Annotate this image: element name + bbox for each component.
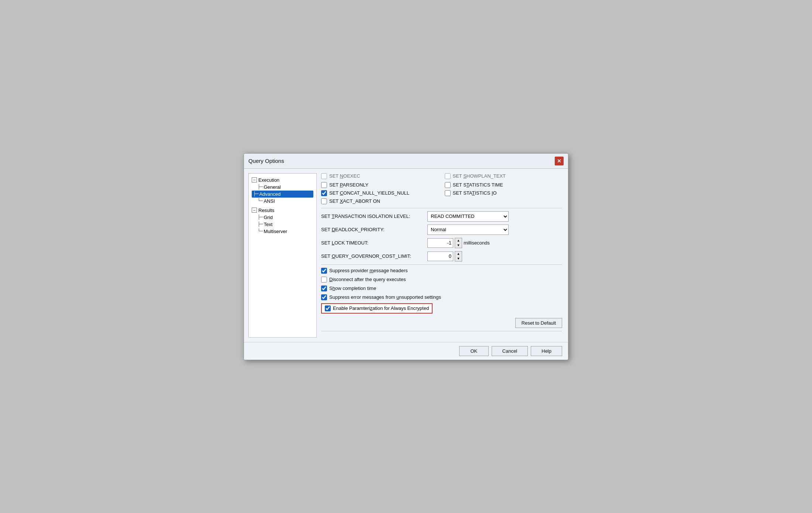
label-disconnect: Disconnect after the query executes: [329, 277, 406, 282]
checkbox-concat-null[interactable]: SET CONCAT_NULL_YIELDS_NULL: [321, 190, 439, 196]
checkbox-noexec[interactable]: SET NOEXEC: [321, 173, 439, 179]
spinner-up-query-governor[interactable]: ▲: [455, 252, 462, 256]
top-checkboxes-grid: SET NOEXEC SET SHOWPLAN_TEXT: [321, 173, 562, 179]
title-bar: Query Options ✕: [244, 154, 568, 169]
spinner-query-governor: ▲ ▼: [427, 251, 462, 261]
ok-button[interactable]: OK: [459, 346, 489, 356]
control-deadlock-priority: Low Normal High: [427, 225, 562, 235]
spinner-buttons-lock-timeout: ▲ ▼: [455, 238, 462, 248]
label-suppress-headers: Suppress provider message headers: [329, 268, 407, 273]
tree-item-results[interactable]: − Results: [252, 207, 313, 214]
tree-label-advanced: Advanced: [259, 191, 281, 197]
tree-label-execution: Execution: [258, 177, 279, 183]
checkbox-show-completion[interactable]: Show completion time: [321, 285, 562, 291]
expander-execution[interactable]: −: [252, 177, 257, 182]
spinner-down-lock-timeout[interactable]: ▼: [455, 243, 462, 248]
control-isolation-level: READ UNCOMMITTED READ COMMITTED REPEATAB…: [427, 211, 562, 222]
label-noexec: SET NOEXEC: [329, 173, 360, 179]
divider-3: [321, 331, 562, 331]
label-isolation-level: SET TRANSACTION ISOLATION LEVEL:: [321, 213, 424, 219]
tree-label-text: Text: [264, 222, 272, 227]
checkbox-disconnect[interactable]: Disconnect after the query executes: [321, 277, 562, 283]
setting-lock-timeout: SET LOCK TIMEOUT: ▲ ▼ milliseconds: [321, 238, 562, 248]
tree-label-grid: Grid: [264, 215, 273, 220]
label-showplan: SET SHOWPLAN_TEXT: [453, 173, 506, 179]
label-concat-null: SET CONCAT_NULL_YIELDS_NULL: [329, 190, 409, 196]
tree-item-multiserver[interactable]: └─ Multiserver: [252, 228, 313, 235]
connector-text: ├─: [258, 222, 263, 227]
help-button[interactable]: Help: [531, 346, 562, 356]
spinner-down-query-governor[interactable]: ▼: [455, 256, 462, 261]
dialog-title: Query Options: [248, 158, 284, 164]
checkbox-showplan[interactable]: SET SHOWPLAN_TEXT: [445, 173, 562, 179]
checkbox-suppress-headers[interactable]: Suppress provider message headers: [321, 268, 562, 274]
unit-lock-timeout: milliseconds: [464, 240, 490, 246]
setting-query-governor: SET QUERY_GOVERNOR_COST_LIMIT: ▲ ▼: [321, 251, 562, 261]
checkbox-parseonly[interactable]: SET PARSEONLY: [321, 182, 439, 188]
label-parseonly: SET PARSEONLY: [329, 182, 368, 188]
spinner-up-lock-timeout[interactable]: ▲: [455, 238, 462, 243]
content-scroll[interactable]: SET NOEXEC SET SHOWPLAN_TEXT SET PARSEON…: [321, 173, 564, 338]
tree-item-ansi[interactable]: └─ ANSI: [252, 198, 313, 205]
checkboxes-grid: SET PARSEONLY SET STATISTICS TIME SET CO…: [321, 182, 562, 204]
query-options-dialog: Query Options ✕ − Execution ├─ General ├…: [244, 153, 568, 360]
highlight-container: Enable Paramterization for Always Encryp…: [321, 303, 562, 314]
tree-label-multiserver: Multiserver: [264, 229, 287, 234]
connector-general: ├─: [258, 184, 263, 189]
connector-ansi: └─: [258, 198, 263, 204]
spinner-buttons-query-governor: ▲ ▼: [455, 251, 462, 261]
connector-advanced: ├─: [253, 191, 258, 196]
connector-multiserver: └─: [258, 229, 263, 234]
reset-row: Reset to Default: [321, 318, 562, 328]
checkbox-suppress-errors[interactable]: Suppress error messages from unsupported…: [321, 294, 562, 300]
setting-isolation-level: SET TRANSACTION ISOLATION LEVEL: READ UN…: [321, 211, 562, 222]
action-buttons: OK Cancel Help: [459, 346, 562, 356]
dropdown-deadlock-priority[interactable]: Low Normal High: [427, 225, 509, 235]
label-lock-timeout: SET LOCK TIMEOUT:: [321, 240, 424, 246]
label-query-governor: SET QUERY_GOVERNOR_COST_LIMIT:: [321, 253, 424, 259]
expander-results[interactable]: −: [252, 208, 257, 213]
divider-1: [321, 208, 562, 208]
tree-item-grid[interactable]: ├─ Grid: [252, 214, 313, 221]
checkbox-xact-abort[interactable]: SET XACT_ABORT ON: [321, 198, 439, 204]
label-deadlock-priority: SET DEADLOCK_PRIORITY:: [321, 227, 424, 232]
checkbox-statistics-io[interactable]: SET STATISTICS IO: [445, 190, 562, 196]
setting-deadlock-priority: SET DEADLOCK_PRIORITY: Low Normal High: [321, 225, 562, 235]
checkbox-statistics-time[interactable]: SET STATISTICS TIME: [445, 182, 562, 188]
label-suppress-errors: Suppress error messages from unsupported…: [329, 294, 441, 300]
checkbox-enable-param[interactable]: [325, 305, 331, 311]
tree-label-results: Results: [258, 208, 274, 213]
tree-item-advanced[interactable]: ├─ Advanced: [252, 191, 313, 198]
tree-item-general[interactable]: ├─ General: [252, 184, 313, 191]
tree-label-general: General: [264, 184, 281, 190]
input-query-governor[interactable]: [427, 252, 453, 261]
dropdown-isolation-level[interactable]: READ UNCOMMITTED READ COMMITTED REPEATAB…: [427, 211, 509, 222]
input-lock-timeout[interactable]: [427, 238, 453, 248]
reset-to-default-button[interactable]: Reset to Default: [515, 318, 562, 328]
spinner-lock-timeout: ▲ ▼ milliseconds: [427, 238, 490, 248]
tree-item-text[interactable]: ├─ Text: [252, 221, 313, 228]
dialog-footer: OK Cancel Help: [244, 342, 568, 360]
dialog-body: − Execution ├─ General ├─ Advanced └─ AN…: [244, 169, 568, 342]
content-panel: SET NOEXEC SET SHOWPLAN_TEXT SET PARSEON…: [321, 173, 564, 338]
label-statistics-time: SET STATISTICS TIME: [453, 182, 503, 188]
label-xact-abort: SET XACT_ABORT ON: [329, 198, 380, 204]
tree-label-ansi: ANSI: [264, 198, 275, 204]
label-show-completion: Show completion time: [329, 285, 376, 291]
divider-2: [321, 264, 562, 265]
connector-grid: ├─: [258, 215, 263, 220]
tree-item-execution[interactable]: − Execution: [252, 177, 313, 184]
close-button[interactable]: ✕: [555, 157, 564, 165]
label-statistics-io: SET STATISTICS IO: [453, 190, 497, 196]
checkbox-enable-param-highlighted[interactable]: Enable Paramterization for Always Encryp…: [321, 303, 433, 314]
label-enable-param: Enable Paramterization for Always Encryp…: [333, 305, 429, 311]
cancel-button[interactable]: Cancel: [492, 346, 528, 356]
tree-panel: − Execution ├─ General ├─ Advanced └─ AN…: [248, 173, 317, 338]
